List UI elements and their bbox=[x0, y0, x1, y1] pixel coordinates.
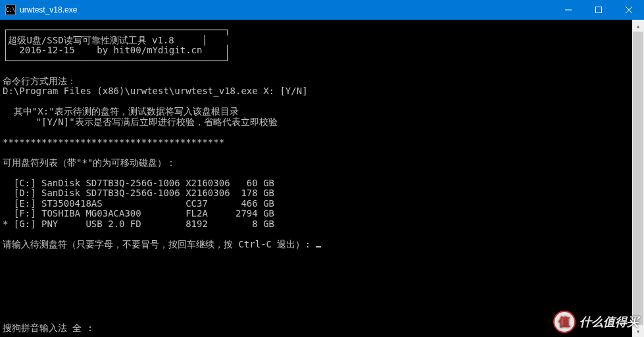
watermark-badge-icon: 值 bbox=[553, 311, 576, 333]
usage-header: 命令行方式用法： bbox=[3, 76, 76, 86]
window-titlebar[interactable]: C:\ urwtest_v18.exe bbox=[0, 0, 644, 20]
banner-border: └───────────────────────────────────────… bbox=[3, 55, 230, 66]
usage-note: "[Y/N]"表示是否写满后立即进行校验，省略代表立即校验 bbox=[3, 117, 278, 127]
svg-rect-1 bbox=[596, 7, 602, 13]
banner-border: ┌───────────────────────────────────────… bbox=[3, 24, 230, 35]
ime-status: 搜狗拼音输入法 全 : bbox=[3, 323, 93, 334]
scroll-up-button[interactable]: ▴ bbox=[632, 20, 644, 32]
app-icon: C:\ bbox=[5, 5, 16, 15]
watermark: 值 什么值得买 bbox=[553, 311, 639, 333]
vertical-scrollbar[interactable]: ▴ ▾ bbox=[632, 20, 644, 337]
minimize-button[interactable] bbox=[553, 0, 583, 20]
watermark-text: 什么值得买 bbox=[580, 314, 639, 330]
usage-note: 其中"X:"表示待测的盘符，测试数据将写入该盘根目录 bbox=[3, 106, 239, 117]
maximize-button[interactable] bbox=[583, 0, 614, 20]
drives-header: 可用盘符列表（带"*"的为可移动磁盘）： bbox=[3, 157, 176, 168]
banner-line1: │超级U盘/SSD读写可靠性测试工具 v1.8 │ bbox=[3, 35, 207, 45]
drive-list: [C:] SanDisk SD7TB3Q-256G-1006 X2160306 … bbox=[3, 178, 274, 229]
window-title: urwtest_v18.exe bbox=[20, 5, 77, 14]
banner-line2: │ 2016-12-15 by hit00/mYdigit.cn │ bbox=[3, 45, 230, 55]
scroll-thumb[interactable] bbox=[633, 32, 643, 325]
text-cursor bbox=[316, 246, 321, 247]
input-prompt: 请输入待测盘符（只要字母，不要冒号，按回车继续，按 Ctrl-C 退出）: bbox=[3, 239, 316, 249]
divider: **************************************** bbox=[3, 137, 224, 147]
usage-path: D:\Program Files (x86)\urwtest\urwtest_v… bbox=[3, 86, 308, 96]
close-button[interactable] bbox=[614, 0, 644, 20]
console-output[interactable]: ┌───────────────────────────────────────… bbox=[0, 20, 632, 337]
scroll-track[interactable] bbox=[632, 32, 644, 325]
